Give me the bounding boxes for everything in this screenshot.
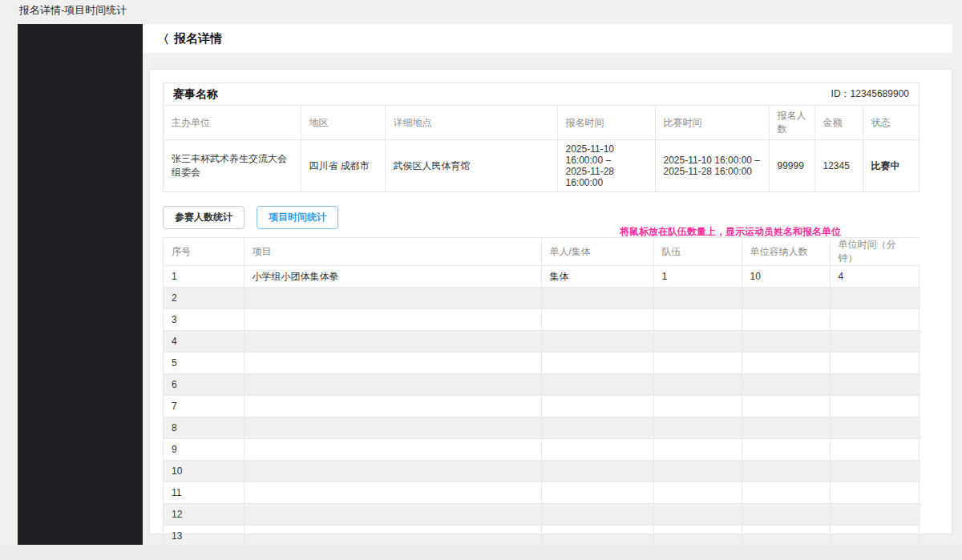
table-cell: [653, 374, 742, 396]
table-cell: [653, 396, 742, 417]
table-cell: [742, 331, 830, 353]
event-id-value: 12345689900: [851, 88, 909, 99]
table-cell: 8: [164, 417, 244, 439]
back-chevron-icon: 〈: [157, 33, 169, 45]
event-info-table: 主办单位地区详细地点报名时间比赛时间报名人数金额状态 张三丰杯武术养生交流大会组…: [164, 106, 920, 191]
table-cell: [244, 417, 541, 439]
table-cell: 7: [164, 396, 244, 417]
table-cell: 小学组小团体集体拳: [244, 266, 541, 288]
table-cell: [244, 331, 541, 353]
table-row: 13: [164, 526, 920, 547]
table-cell: [244, 309, 541, 331]
event-info-cell: 武侯区人民体育馆: [385, 140, 557, 192]
table-row: 12: [164, 504, 920, 526]
table-cell: [541, 417, 653, 439]
project-time-table-wrap: 序号项目单人/集体队伍单位容纳人数单位时间（分钟） 1小学组小团体集体拳集体11…: [163, 237, 920, 548]
table-cell: [742, 526, 830, 547]
table-row: 6: [164, 374, 920, 396]
table-cell: [244, 504, 541, 526]
table-cell: [653, 288, 742, 309]
table-cell: [830, 288, 920, 309]
table-cell: 9: [164, 439, 244, 461]
event-info-cell: 2025-11-10 16:00:00 – 2025-11-28 16:00:0…: [655, 140, 769, 192]
table-row: 10: [164, 461, 920, 482]
team-count-cell[interactable]: 1: [653, 266, 742, 288]
table-cell: [830, 396, 920, 417]
table-cell: [742, 374, 830, 396]
table-row: 3: [164, 309, 920, 331]
sidebar: [18, 24, 143, 545]
table-cell: [653, 331, 742, 353]
table-cell: [830, 417, 920, 439]
table-cell: 11: [164, 482, 244, 504]
table-cell: [830, 504, 920, 526]
table-cell: [244, 439, 541, 461]
table-cell: [653, 526, 742, 547]
table-cell: [541, 309, 653, 331]
table-column-header: 单人/集体: [541, 238, 653, 266]
table-cell: 集体: [541, 266, 653, 288]
table-cell: [742, 396, 830, 417]
table-cell: [541, 288, 653, 309]
table-cell: [244, 461, 541, 482]
event-info-column-header: 详细地点: [385, 106, 557, 140]
table-cell: 2: [164, 288, 244, 309]
table-cell: [244, 374, 541, 396]
hover-hint-annotation: 将鼠标放在队伍数量上，显示运动员姓名和报名单位: [620, 225, 841, 239]
back-button[interactable]: 〈 报名详情: [157, 31, 222, 46]
table-cell: 10: [742, 266, 830, 288]
table-cell: [541, 331, 653, 353]
table-cell: [541, 374, 653, 396]
event-info-cell: 2025-11-10 16:00:00 – 2025-11-28 16:00:0…: [557, 140, 655, 192]
table-cell: [244, 288, 541, 309]
table-cell: [244, 482, 541, 504]
table-row: 8: [164, 417, 920, 439]
event-info-column-header: 主办单位: [164, 106, 301, 140]
table-cell: 13: [164, 526, 244, 547]
event-info-column-header: 地区: [301, 106, 385, 140]
table-cell: [541, 353, 653, 374]
table-cell: [830, 353, 920, 374]
table-cell: 10: [164, 461, 244, 482]
table-row: 4: [164, 331, 920, 353]
event-card-header: 赛事名称 ID：12345689900: [164, 83, 919, 106]
page-title: 报名详情-项目时间统计: [19, 3, 127, 18]
table-cell: [742, 309, 830, 331]
table-cell: [653, 461, 742, 482]
table-cell: 3: [164, 309, 244, 331]
table-cell: [830, 461, 920, 482]
table-cell: [653, 309, 742, 331]
table-column-header: 单位容纳人数: [742, 238, 830, 266]
tab-project-time-stats[interactable]: 项目时间统计: [257, 206, 338, 229]
table-cell: [830, 331, 920, 353]
table-row: 11: [164, 482, 920, 504]
table-column-header: 单位时间（分钟）: [830, 238, 920, 266]
table-cell: [653, 417, 742, 439]
table-cell: 6: [164, 374, 244, 396]
table-cell: [830, 309, 920, 331]
event-id-label: ID：: [831, 88, 851, 99]
table-cell: [541, 461, 653, 482]
table-cell: [742, 353, 830, 374]
table-cell: [742, 504, 830, 526]
event-info-value-row: 张三丰杯武术养生交流大会组委会四川省 成都市武侯区人民体育馆2025-11-10…: [164, 140, 920, 192]
table-cell: [541, 396, 653, 417]
content-header: 〈 报名详情: [143, 24, 952, 53]
table-cell: [541, 526, 653, 547]
tab-participant-count-stats[interactable]: 参赛人数统计: [163, 206, 245, 229]
header-title: 报名详情: [174, 31, 222, 46]
table-row: 5: [164, 353, 920, 374]
event-info-header-row: 主办单位地区详细地点报名时间比赛时间报名人数金额状态: [164, 106, 920, 140]
table-row: 1小学组小团体集体拳集体1104: [164, 266, 920, 288]
event-info-cell: 12345: [814, 140, 863, 192]
table-cell: [742, 439, 830, 461]
event-info-column-header: 报名人数: [769, 106, 814, 140]
event-info-column-header: 比赛时间: [655, 106, 769, 140]
table-cell: [742, 461, 830, 482]
table-cell: 12: [164, 504, 244, 526]
table-cell: [830, 374, 920, 396]
table-cell: [830, 439, 920, 461]
table-cell: [244, 353, 541, 374]
table-column-header: 项目: [244, 238, 541, 266]
table-cell: [742, 417, 830, 439]
